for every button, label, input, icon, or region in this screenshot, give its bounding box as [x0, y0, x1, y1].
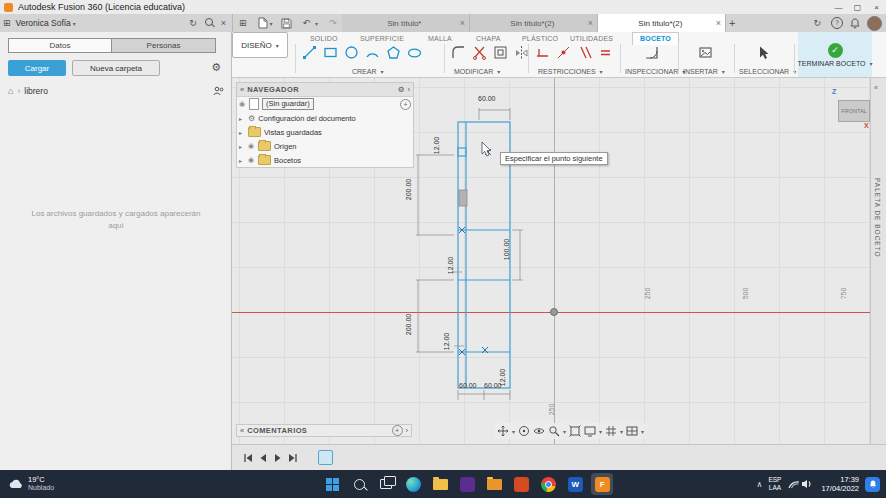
help-icon[interactable]: ? [831, 17, 843, 29]
weather-widget[interactable]: 19°C Nublado [0, 475, 178, 492]
comments-expand-icon[interactable]: › [406, 426, 409, 435]
timeline-sketch-marker[interactable] [318, 450, 333, 465]
add-item-icon[interactable]: + [400, 99, 411, 110]
tab-close-icon[interactable]: × [713, 18, 721, 28]
browser-root-document[interactable]: ◉ (Sin guardar) + [237, 97, 413, 111]
browser-item-sketches[interactable]: ▸ ◉ Bocetos [237, 153, 413, 167]
design-workspace-button[interactable]: DISEÑO ▾ [232, 32, 288, 58]
comments-bar[interactable]: « COMENTARIOS + › [236, 424, 412, 437]
pan-button[interactable]: ▾ [497, 425, 515, 437]
coincident-constraint-icon[interactable] [556, 45, 571, 60]
user-avatar[interactable] [867, 16, 882, 31]
horizontal-vertical-constraint-icon[interactable] [535, 45, 550, 60]
browser-expand-icon[interactable]: › [408, 85, 411, 94]
mirror-tool-icon[interactable] [514, 45, 529, 60]
env-tab-chapa[interactable]: CHAPA [476, 35, 501, 42]
visibility-eye-icon[interactable]: ◉ [248, 142, 255, 150]
env-tab-superficie[interactable]: SUPERFICIE [360, 35, 404, 42]
insert-group-label[interactable]: INSERTAR▾ [683, 68, 725, 75]
document-name[interactable]: (Sin guardar) [262, 98, 314, 110]
select-cursor-icon[interactable] [756, 45, 771, 60]
selected-section[interactable] [459, 190, 467, 206]
polygon-tool-icon[interactable] [386, 45, 401, 60]
orange-app-button[interactable] [510, 473, 532, 495]
start-button[interactable] [321, 473, 343, 495]
equal-constraint-icon[interactable] [598, 45, 613, 60]
file-menu-button[interactable]: ▾ [258, 17, 273, 29]
fit-view-button[interactable] [569, 425, 581, 437]
dimension-value[interactable]: 12.00 [433, 137, 440, 155]
refresh-icon[interactable]: ↻ [186, 18, 200, 28]
dimension-value[interactable]: 200.00 [405, 314, 412, 335]
browser-item-doc-settings[interactable]: ▸ ⚙ Configuración del documento [237, 111, 413, 125]
collaboration-icon[interactable] [213, 86, 224, 96]
browser-panel-header[interactable]: « NAVEGADOR ⚙ › [237, 83, 413, 97]
timeline-go-start-button[interactable] [240, 450, 255, 465]
document-tab-1[interactable]: Sin título* × [342, 14, 470, 32]
offset-tool-icon[interactable] [493, 45, 508, 60]
dimension-value[interactable]: 200.00 [405, 179, 412, 200]
save-icon[interactable] [281, 18, 292, 29]
task-view-button[interactable] [375, 473, 397, 495]
panel-grid-icon[interactable]: ⊞ [0, 18, 14, 28]
document-tab-3-active[interactable]: Sin título*(2) × [598, 14, 726, 32]
upload-button[interactable]: Cargar [8, 60, 66, 76]
look-at-button[interactable] [533, 425, 545, 437]
maximize-button[interactable]: ▢ [848, 1, 867, 14]
timeline-go-end-button[interactable] [285, 450, 300, 465]
edge-browser-button[interactable] [402, 473, 424, 495]
add-comment-icon[interactable]: + [392, 425, 403, 436]
document-tab-2[interactable]: Sin título*(2) × [470, 14, 598, 32]
env-tab-solido[interactable]: SOLIDO [310, 35, 338, 42]
collapse-panel-icon[interactable]: « [240, 85, 244, 94]
orange-folder-app-button[interactable] [483, 473, 505, 495]
env-tab-malla[interactable]: MALLA [428, 35, 452, 42]
comments-collapse-icon[interactable]: « [240, 426, 244, 435]
fillet-tool-icon[interactable] [451, 45, 466, 60]
tab-close-icon[interactable]: × [585, 18, 593, 28]
dimension-value[interactable]: 12.00 [443, 333, 450, 351]
close-button[interactable]: × [867, 1, 886, 14]
search-button[interactable] [200, 18, 218, 28]
new-tab-button[interactable]: + [726, 14, 738, 32]
job-status-icon[interactable]: ↻ [810, 18, 824, 28]
close-panel-icon[interactable]: × [218, 18, 232, 28]
browser-gear-icon[interactable]: ⚙ [398, 85, 405, 94]
new-folder-button[interactable]: Nueva carpeta [72, 60, 160, 76]
env-tab-plastico[interactable]: PLÁSTICO [522, 35, 558, 42]
user-menu[interactable]: Veronica Sofía [16, 18, 71, 28]
home-icon[interactable]: ⌂ [8, 86, 13, 96]
viewports-button[interactable]: ▾ [626, 425, 644, 437]
expander-icon[interactable]: ▸ [239, 115, 245, 122]
purple-app-button[interactable] [456, 473, 478, 495]
inspect-group-label[interactable]: INSPECCIONAR▾ [625, 68, 685, 75]
dimension-value[interactable]: 12.00 [499, 369, 506, 387]
rectangle-tool-icon[interactable] [323, 45, 338, 60]
env-tab-utilidades[interactable]: UTILIDADES [570, 35, 613, 42]
viewcube[interactable]: FRONTAL [838, 100, 870, 122]
sketch-palette-strip[interactable]: « PALETA DE BOCETO [870, 78, 886, 444]
timeline-step-back-button[interactable] [255, 450, 270, 465]
fusion360-taskbar-button[interactable]: F [591, 473, 613, 495]
arc-tool-icon[interactable] [365, 45, 380, 60]
display-settings-button[interactable]: ▾ [584, 425, 602, 437]
constraints-group-label[interactable]: RESTRICCIONES▾ [538, 68, 603, 75]
tab-personas[interactable]: Personas [112, 38, 216, 53]
create-group-label[interactable]: CREAR▾ [352, 68, 384, 75]
browser-item-saved-views[interactable]: ▸ Vistas guardadas [237, 125, 413, 139]
undo-button[interactable]: ↶ ▾ [300, 18, 319, 28]
dimension-value[interactable]: 60.00 [459, 382, 477, 389]
env-tab-boceto-active[interactable]: BOCETO [632, 32, 679, 45]
file-explorer-button[interactable] [429, 473, 451, 495]
visibility-eye-icon[interactable]: ◉ [239, 100, 246, 108]
panel-settings-gear-icon[interactable]: ⚙ [211, 61, 221, 74]
dimension-value[interactable]: 60.00 [478, 95, 496, 102]
select-group-label[interactable]: SELECCIONAR▾ [739, 68, 796, 75]
breadcrumb-folder[interactable]: librero [24, 86, 48, 96]
app-grid-icon[interactable]: ⊞ [236, 18, 250, 28]
tab-close-icon[interactable]: × [457, 18, 465, 28]
language-indicator[interactable]: ESP LAA [768, 476, 781, 492]
insert-image-icon[interactable] [698, 45, 713, 60]
parallel-constraint-icon[interactable] [577, 45, 592, 60]
modeling-canvas[interactable]: 250 500 750 250 [232, 78, 870, 444]
